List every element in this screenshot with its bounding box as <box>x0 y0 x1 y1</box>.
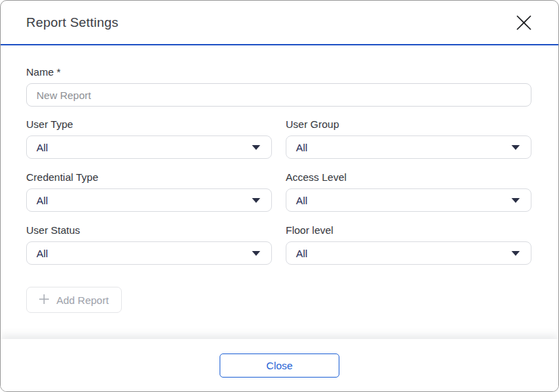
user-group-dropdown[interactable]: All <box>286 135 531 159</box>
chevron-down-icon <box>252 145 260 150</box>
field-floor-level: Floor level All <box>286 224 531 265</box>
dialog-footer: Close <box>1 339 558 391</box>
name-input[interactable] <box>26 83 531 107</box>
user-group-label: User Group <box>286 118 531 130</box>
dropdown-value: All <box>36 195 48 206</box>
field-access-level: Access Level All <box>286 171 531 212</box>
dropdown-value: All <box>296 142 308 153</box>
x-icon <box>514 12 534 33</box>
add-report-button[interactable]: Add Report <box>26 287 122 313</box>
field-user-group: User Group All <box>286 118 531 159</box>
chevron-down-icon <box>511 251 520 256</box>
chevron-down-icon <box>252 251 260 256</box>
user-status-label: User Status <box>26 224 272 236</box>
access-level-dropdown[interactable]: All <box>286 188 531 212</box>
user-type-dropdown[interactable]: All <box>26 135 272 159</box>
chevron-down-icon <box>511 145 520 150</box>
name-label: Name * <box>26 66 531 78</box>
dropdown-value: All <box>296 248 308 259</box>
field-user-status: User Status All <box>26 224 272 265</box>
dialog-title: Report Settings <box>26 15 118 30</box>
dropdown-value: All <box>36 142 48 153</box>
credential-type-label: Credential Type <box>26 171 272 183</box>
user-type-label: User Type <box>26 118 272 130</box>
dialog-body: Name * User Type All User Group All Cred… <box>1 45 558 339</box>
floor-level-label: Floor level <box>286 224 531 236</box>
report-settings-dialog: Report Settings Name * User Type All <box>0 0 559 392</box>
access-level-label: Access Level <box>286 171 531 183</box>
floor-level-dropdown[interactable]: All <box>286 241 531 265</box>
dialog-header: Report Settings <box>1 1 558 45</box>
user-status-dropdown[interactable]: All <box>26 241 272 265</box>
chevron-down-icon <box>511 198 520 203</box>
close-button[interactable] <box>510 9 538 36</box>
credential-type-dropdown[interactable]: All <box>26 188 272 212</box>
field-credential-type: Credential Type All <box>26 171 272 212</box>
add-report-label: Add Report <box>56 294 109 306</box>
filters-grid: User Type All User Group All Credential … <box>26 118 531 277</box>
field-user-type: User Type All <box>26 118 272 159</box>
dropdown-value: All <box>296 195 308 206</box>
chevron-down-icon <box>252 198 260 203</box>
plus-icon <box>38 293 50 307</box>
dropdown-value: All <box>36 248 48 259</box>
close-action-button[interactable]: Close <box>220 353 339 378</box>
